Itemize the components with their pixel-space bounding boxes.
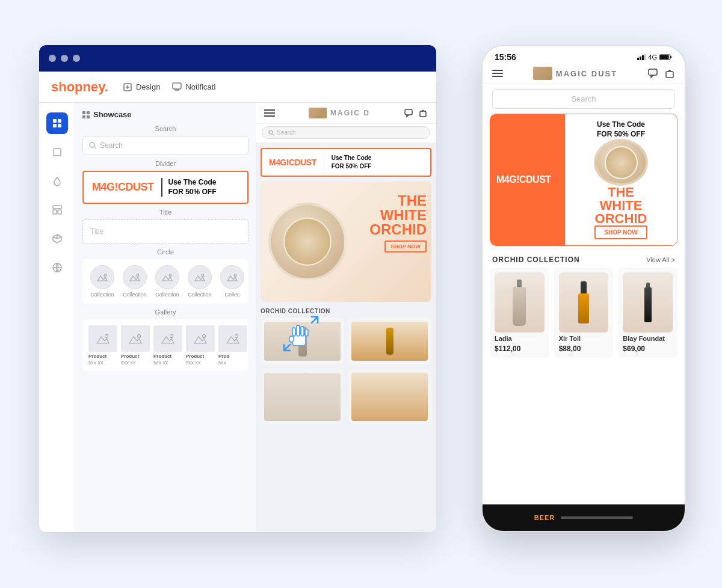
phone-product-price-xir: $88,00 [559, 345, 609, 353]
preview-coupon-banner: M4G!CDUST Use The Code FOR 50% OFF [261, 148, 431, 177]
phone-mockup: 15:56 4G MAGIC DUST [481, 45, 686, 532]
title-section-label: Title [82, 209, 248, 216]
preview-use-code: Use The Code [332, 154, 372, 162]
ham-line-2 [492, 73, 503, 74]
gallery-item-1[interactable]: Product $XX.XX [121, 325, 150, 365]
coupon-wrapper: M4G!CDUST Use The Code FOR 50% OFF [82, 171, 248, 204]
sidebar-item-cube[interactable] [46, 228, 68, 250]
phone-product-card-xir[interactable]: Xir Toil $88,00 [554, 268, 614, 358]
logo-text: shopney. [51, 79, 108, 94]
preview-hero-headline: THEWHITEORCHID [369, 194, 427, 237]
preview-brand-name: MAGIC D [330, 109, 370, 117]
gallery-item-0[interactable]: Product $XX.XX [88, 325, 117, 365]
network-type: 4G [648, 54, 657, 61]
bottle-ladies [298, 326, 307, 357]
ham-line-3 [492, 76, 503, 77]
globe-icon [52, 262, 63, 273]
battery-icon [659, 54, 673, 61]
preview-collection-title: ORCHID COLLECTION [261, 308, 330, 314]
svg-point-22 [138, 335, 141, 338]
sidebar-item-grid[interactable] [46, 112, 68, 134]
coupon-banner[interactable]: M4G!CDUST Use The Code FOR 50% OFF [82, 171, 248, 204]
gallery-img-3 [186, 325, 215, 352]
phone-product-card-blay[interactable]: Blay Foundat $69,00 [618, 268, 677, 358]
circle-item-1[interactable]: Collection [121, 265, 149, 298]
phone-discount-text: FOR 50% OFF [597, 130, 645, 138]
phone-product-price-ladia: $112,00 [495, 345, 545, 353]
circle-label-0: Collection [90, 292, 114, 298]
phone-bag-icon[interactable] [664, 68, 675, 79]
circle-item-0[interactable]: Collection [88, 265, 116, 298]
circle-img-2 [155, 265, 179, 289]
circle-img-0 [90, 265, 114, 289]
bottle-xir [386, 328, 393, 355]
concealer-body [644, 287, 652, 322]
svg-point-23 [170, 335, 173, 338]
svg-point-18 [169, 274, 171, 277]
phone-nav-bar: MAGIC DUST [483, 64, 685, 84]
circle-img-4 [220, 265, 244, 289]
title-input-placeholder[interactable]: Title [82, 219, 248, 243]
gallery-section-label: Gallery [82, 308, 248, 316]
circle-item-4[interactable]: Collec [218, 265, 246, 298]
phone-product-price-blay: $69,00 [623, 345, 673, 353]
bottle-body [513, 287, 526, 326]
preview-collection-header: ORCHID COLLECTION [256, 307, 436, 316]
dropper-cap [581, 281, 587, 293]
preview-brand: MAGIC D [309, 108, 370, 118]
sidebar-item-drop[interactable] [46, 170, 68, 192]
search-input-box[interactable]: Search [82, 136, 248, 155]
svg-rect-7 [53, 206, 61, 209]
gallery-price-4: $XX [218, 361, 247, 365]
mountain-icon-4 [227, 273, 238, 281]
xir-dropper-group [578, 281, 589, 323]
preview-phone-header: MAGIC D [256, 103, 436, 124]
cube-icon [52, 233, 63, 244]
svg-rect-6 [54, 149, 61, 156]
gallery-mountain-2 [161, 333, 174, 344]
phone-collection-header: ORCHID COLLECTION View All > [483, 252, 685, 268]
nav-design[interactable]: Design [123, 82, 160, 92]
phone-view-all[interactable]: View All > [646, 256, 675, 263]
phone-hamburger[interactable] [492, 70, 503, 77]
svg-rect-37 [642, 55, 644, 60]
design-label: Design [136, 82, 160, 91]
preview-shop-now-btn[interactable]: SHOP NOW [384, 240, 427, 253]
browser-dot-green [73, 55, 80, 62]
preview-product-img-ladies-2 [264, 373, 341, 421]
preview-search-box[interactable]: Search [262, 126, 430, 139]
gallery-label-1: Product [121, 354, 150, 359]
svg-rect-35 [637, 58, 639, 60]
svg-point-24 [203, 335, 206, 338]
phone-product-name-ladia: Ladia [495, 335, 545, 342]
phone-shop-now-btn[interactable]: SHOP NOW [594, 225, 647, 239]
gallery-label-2: Product [153, 354, 182, 359]
sidebar-item-layout[interactable] [46, 199, 68, 221]
svg-point-20 [234, 274, 236, 277]
svg-point-17 [137, 274, 139, 277]
nav-notifications[interactable]: Notificati [172, 82, 215, 92]
gallery-row: Product $XX.XX Product $XX.XX [82, 319, 248, 371]
preview-cushion-product [268, 203, 347, 281]
gallery-price-3: $XX.XX [186, 361, 215, 365]
phone-brand-area: MAGIC DUST [533, 67, 617, 80]
gallery-item-4[interactable]: Prod $XX [218, 325, 247, 365]
gallery-item-3[interactable]: Product $XX.XX [186, 325, 215, 365]
phone-nav-icons [647, 68, 675, 79]
notification-icon [172, 82, 182, 92]
sidebar-item-square[interactable] [46, 141, 68, 163]
svg-rect-2 [53, 119, 57, 123]
circle-item-2[interactable]: Collection [153, 265, 181, 298]
sidebar-item-globe[interactable] [46, 257, 68, 278]
svg-point-16 [104, 274, 106, 277]
hamburger-icon [264, 109, 275, 117]
phone-search-input[interactable]: Search [492, 89, 675, 109]
square-icon [52, 147, 63, 158]
phone-product-card-ladia[interactable]: Ladia $112,00 [490, 268, 549, 358]
phone-chat-icon[interactable] [647, 68, 658, 79]
phone-headline: THE WHITE ORCHID [595, 186, 647, 225]
gallery-item-2[interactable]: Product $XX.XX [153, 325, 182, 365]
status-right: 4G [637, 54, 673, 61]
circle-label-4: Collec [224, 292, 239, 298]
circle-item-3[interactable]: Collection [186, 265, 214, 298]
